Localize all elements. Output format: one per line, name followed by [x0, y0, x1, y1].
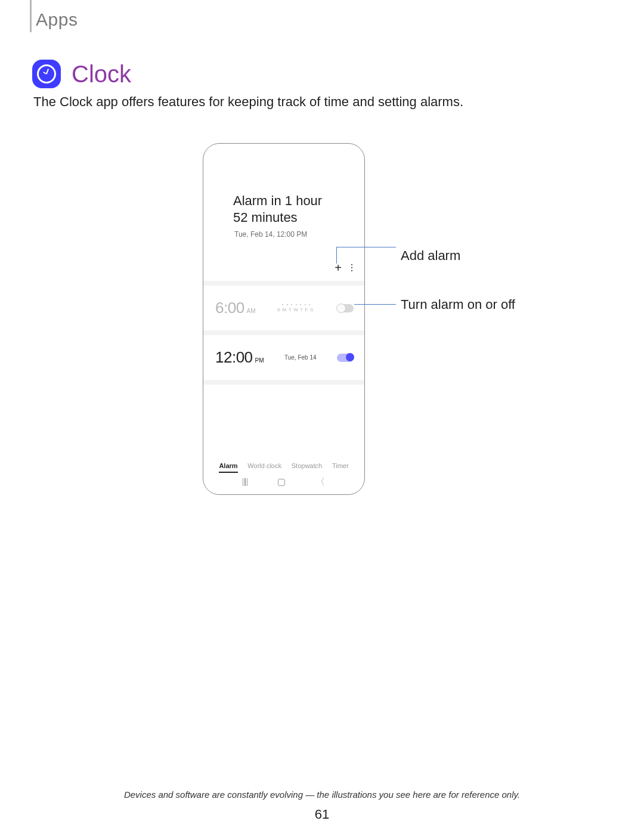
footer-note: Devices and software are constantly evol… [0, 789, 644, 800]
more-options-icon[interactable] [350, 263, 354, 272]
add-alarm-icon[interactable]: + [335, 262, 342, 274]
list-divider [203, 330, 364, 335]
action-row: + [335, 262, 354, 274]
tab-alarm[interactable]: Alarm [219, 462, 237, 473]
tab-timer[interactable]: Timer [332, 462, 349, 473]
tab-stopwatch[interactable]: Stopwatch [292, 462, 322, 473]
breadcrumb: Apps [36, 10, 78, 30]
nav-home-icon[interactable] [278, 479, 285, 486]
tab-world-clock[interactable]: World clock [247, 462, 281, 473]
title-row: Clock [32, 60, 131, 88]
callout-toggle-alarm: Turn alarm on or off [401, 297, 515, 312]
alarm-status: Alarm in 1 hour 52 minutes [233, 193, 350, 225]
alarm-time-value: 6:00 [215, 299, 244, 317]
callout-add-alarm: Add alarm [401, 248, 460, 264]
alarm-status-line2: 52 minutes [233, 209, 350, 226]
alarm-status-line1: Alarm in 1 hour [233, 193, 350, 209]
nav-recents-icon[interactable] [243, 478, 248, 486]
alarm-time: 12:00 PM [215, 348, 264, 367]
alarm-next-date: Tue, Feb 14, 12:00 PM [233, 230, 350, 239]
page-title: Clock [72, 61, 131, 88]
system-navbar: 〈 [203, 476, 364, 488]
bottom-tabs: Alarm World clock Stopwatch Timer [203, 462, 364, 473]
alarm-days-text: SMTWTFS [277, 307, 315, 312]
list-divider [203, 281, 364, 286]
alarm-time: 6:00 AM [215, 299, 256, 317]
alarm-sublabel: Tue, Feb 14 [284, 354, 317, 361]
alarm-time-ampm: PM [255, 357, 264, 364]
callout-line [336, 247, 337, 264]
alarm-time-ampm: AM [247, 308, 256, 314]
nav-back-icon[interactable]: 〈 [315, 476, 325, 488]
callout-line [354, 304, 396, 305]
callout-line [336, 247, 396, 247]
phone-mockup: Alarm in 1 hour 52 minutes Tue, Feb 14, … [203, 143, 365, 495]
clock-app-icon [32, 60, 61, 88]
alarm-row[interactable]: 6:00 AM SMTWTFS [203, 286, 364, 330]
phone-header: Alarm in 1 hour 52 minutes Tue, Feb 14, … [203, 144, 364, 239]
page-number: 61 [0, 807, 644, 822]
alarm-row[interactable]: 12:00 PM Tue, Feb 14 [203, 335, 364, 380]
list-divider [203, 380, 364, 385]
alarm-list: 6:00 AM SMTWTFS 12:00 PM Tue, Feb 14 [203, 281, 364, 385]
intro-text: The Clock app offers features for keepin… [33, 94, 463, 110]
alarm-toggle[interactable] [337, 354, 354, 362]
header-divider [30, 0, 32, 32]
alarm-days: SMTWTFS [277, 304, 315, 312]
alarm-toggle[interactable] [337, 304, 354, 312]
alarm-time-value: 12:00 [215, 348, 253, 367]
